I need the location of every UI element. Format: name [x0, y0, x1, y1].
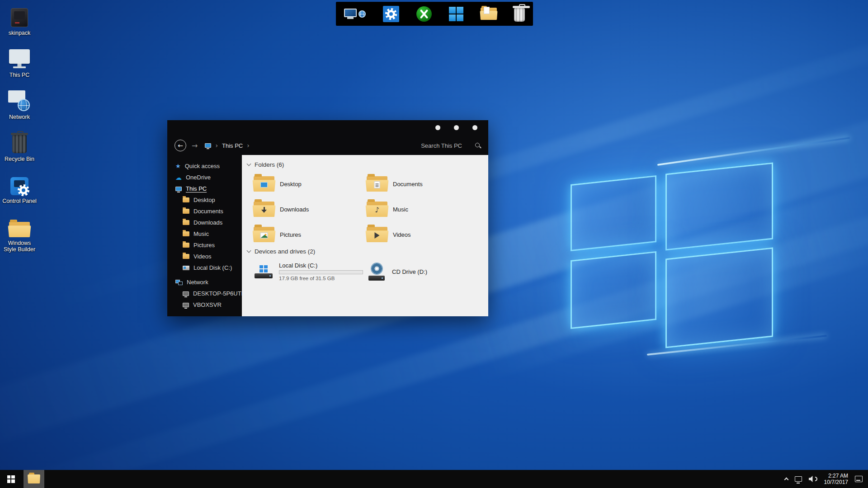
sidebar-item-videos[interactable]: Videos: [167, 251, 242, 262]
document-glyph-icon: [374, 181, 380, 188]
sidebar-item-music[interactable]: Music: [167, 228, 242, 239]
drive-tile-cd[interactable]: CD Drive (D:): [367, 260, 480, 283]
disk-usage-bar: [279, 270, 363, 274]
sidebar-item-label: DESKTOP-5P6UTM4: [193, 290, 250, 297]
network-tray-icon[interactable]: [795, 476, 802, 482]
explorer-content: Folders (6) Desktop Documents Downloads: [242, 155, 488, 316]
folder-tile-desktop[interactable]: Desktop: [254, 174, 367, 194]
show-hidden-icons-button[interactable]: [784, 478, 788, 482]
sidebar-item-label: VBOXSVR: [193, 301, 222, 308]
desktop-icon-label: Network: [9, 114, 30, 120]
computer-icon: [183, 303, 189, 307]
sidebar-item-this-pc[interactable]: This PC: [167, 183, 242, 194]
system-tray: 2:27 AM 10/7/2017: [785, 473, 868, 485]
sidebar-item-label: This PC: [186, 185, 207, 192]
play-glyph-icon: [375, 232, 380, 239]
folder-icon: [28, 474, 40, 483]
folder-tile-label: Music: [393, 206, 408, 213]
window-close-button[interactable]: [472, 125, 477, 130]
window-controls: [435, 125, 477, 130]
windows-style-builder-icon: [9, 216, 30, 237]
desktop-icon-network[interactable]: Network: [1, 87, 38, 123]
sidebar-item-label: OneDrive: [186, 174, 211, 181]
disk-free-text: 17.9 GB free of 31.5 GB: [279, 276, 363, 281]
sidebar-item-documents[interactable]: Documents: [167, 206, 242, 217]
taskbar-clock[interactable]: 2:27 AM 10/7/2017: [824, 473, 848, 485]
dock-item-file-manager[interactable]: [481, 4, 497, 24]
desktop-icon-recycle-bin[interactable]: Recycle Bin: [1, 129, 38, 165]
desktop-icon-label: skinpack: [9, 30, 31, 36]
computer-icon: [344, 9, 358, 19]
windows-logo-pane: [665, 247, 773, 348]
folder-tile-videos[interactable]: Videos: [367, 225, 480, 244]
cloud-icon: ☁: [175, 174, 182, 181]
gear-icon: [383, 6, 399, 22]
picture-glyph-icon: [260, 233, 268, 239]
star-icon: ★: [175, 163, 181, 169]
music-note-icon: ♪: [375, 206, 379, 214]
folder-tile-music[interactable]: ♪ Music: [367, 199, 480, 219]
dock-item-network[interactable]: [344, 4, 366, 24]
dock-item-recycle-bin[interactable]: [514, 4, 525, 24]
desktop-icon-label: Recycle Bin: [5, 156, 34, 162]
dock-item-settings[interactable]: [383, 4, 399, 24]
devices-section-header[interactable]: Devices and drives (2): [247, 247, 482, 255]
folder-tile-downloads[interactable]: Downloads: [254, 199, 367, 219]
navigation-bar: ← → › This PC › Search This PC: [167, 139, 488, 152]
folder-icon: ♪: [367, 202, 387, 217]
desktop-icon-label: Control Panel: [2, 198, 37, 204]
sidebar-item-label: Music: [193, 230, 209, 237]
sidebar-item-vboxsvr[interactable]: VBOXSVR: [167, 299, 242, 310]
chevron-down-icon: [247, 249, 251, 253]
dock-item-xbox[interactable]: [416, 4, 432, 24]
window-maximize-button[interactable]: [454, 125, 459, 130]
action-center-button[interactable]: [855, 476, 863, 482]
search-placeholder: Search This PC: [421, 142, 462, 149]
windows-flag-icon: [449, 7, 463, 21]
drive-name: CD Drive (D:): [392, 268, 427, 275]
clock-date: 10/7/2017: [824, 479, 848, 485]
sidebar-item-onedrive[interactable]: ☁ OneDrive: [167, 172, 242, 183]
drive-tile-local-disk[interactable]: Local Disk (C:) 17.9 GB free of 31.5 GB: [254, 260, 367, 283]
trash-icon: [514, 8, 525, 22]
desktop-glyph-icon: [260, 182, 268, 188]
folder-icon: [254, 227, 274, 242]
folder-icon: [254, 202, 274, 217]
search-input[interactable]: Search This PC: [421, 142, 481, 149]
desktop-icon-label: Windows Style Builder: [2, 240, 37, 253]
dock-item-windows[interactable]: [449, 4, 463, 24]
folders-section-header[interactable]: Folders (6): [247, 160, 482, 169]
sidebar-item-desktop-5p6utm4[interactable]: DESKTOP-5P6UTM4: [167, 288, 242, 299]
drive-name: Local Disk (C:): [279, 262, 363, 269]
start-button[interactable]: [0, 470, 22, 488]
volume-tray-icon[interactable]: [809, 476, 817, 482]
forward-button[interactable]: →: [192, 141, 198, 150]
breadcrumb-this-pc[interactable]: This PC: [222, 142, 243, 149]
this-pc-icon: [175, 187, 182, 191]
desktop-icon-this-pc[interactable]: This PC: [1, 45, 38, 81]
control-panel-icon: [10, 174, 28, 195]
desktop-icon-windows-style-builder[interactable]: Windows Style Builder: [1, 213, 38, 255]
globe-icon: [359, 10, 366, 18]
sidebar-item-quick-access[interactable]: ★ Quick access: [167, 160, 242, 172]
sidebar-item-pictures[interactable]: Pictures: [167, 239, 242, 251]
sidebar-item-label: Downloads: [193, 219, 222, 226]
search-icon: [475, 142, 481, 149]
sidebar-item-network[interactable]: Network: [167, 277, 242, 288]
clock-time: 2:27 AM: [828, 473, 848, 479]
desktop-icon-control-panel[interactable]: Control Panel: [1, 171, 38, 207]
sidebar-item-desktop[interactable]: Desktop: [167, 194, 242, 206]
sidebar-item-downloads[interactable]: Downloads: [167, 217, 242, 228]
taskbar-file-explorer-button[interactable]: [24, 470, 44, 488]
window-minimize-button[interactable]: [435, 125, 440, 130]
window-titlebar: ← → › This PC › Search This PC: [167, 120, 488, 155]
desktop-icon-skinpack[interactable]: skinpack: [1, 3, 38, 39]
folder-tile-label: Pictures: [280, 231, 301, 238]
folder-tile-pictures[interactable]: Pictures: [254, 225, 367, 244]
devices-grid: Local Disk (C:) 17.9 GB free of 31.5 GB …: [254, 260, 482, 283]
sidebar-item-local-disk[interactable]: Local Disk (C:): [167, 262, 242, 273]
dock: [336, 2, 533, 26]
folder-tile-label: Documents: [393, 181, 423, 188]
back-button[interactable]: ←: [175, 140, 186, 151]
folder-tile-documents[interactable]: Documents: [367, 174, 480, 194]
